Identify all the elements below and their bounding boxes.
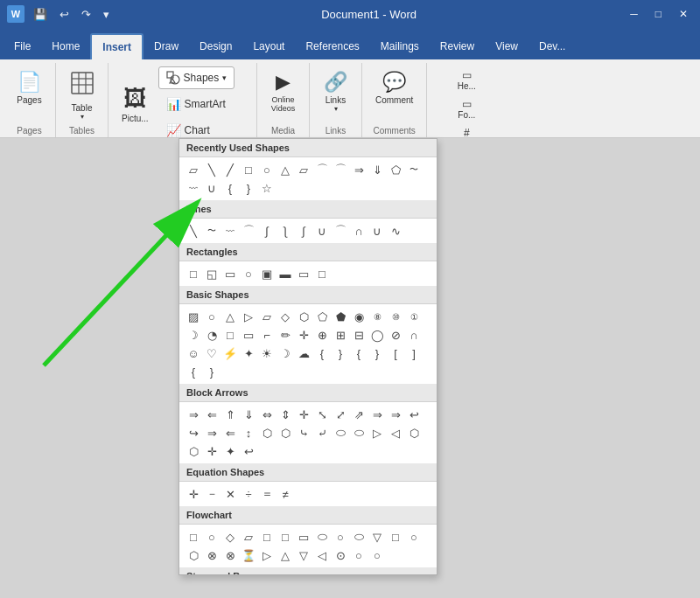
shape-item[interactable]: } [240,179,257,197]
shape-item[interactable]: ⤡ [313,406,331,423]
shape-item[interactable]: ⇔ [258,406,276,423]
shapes-button[interactable]: Shapes ▾ [158,66,235,89]
shape-item[interactable]: ∩ [405,326,423,344]
shape-item[interactable]: ▽ [295,546,312,564]
shape-item[interactable]: ⌒ [332,161,349,178]
shape-item[interactable]: ⇕ [276,406,294,423]
shape-item[interactable]: ⌒ [332,222,349,240]
shape-item[interactable]: △ [221,308,239,325]
shape-item[interactable]: △ [276,546,294,564]
shape-item[interactable]: ⚡ [221,344,239,362]
tab-view[interactable]: View [485,33,528,59]
redo-button[interactable]: ↷ [78,6,94,23]
shape-item[interactable]: ☺ [185,344,202,362]
shape-item[interactable]: ∪ [368,222,386,240]
undo-button[interactable]: ↩ [56,6,73,23]
shape-item[interactable]: ⇓ [240,406,257,423]
tab-home[interactable]: Home [41,33,90,59]
shape-item[interactable]: ✏ [276,326,294,344]
shape-item[interactable]: ⇗ [350,406,368,423]
shape-item[interactable]: ⬭ [350,528,368,546]
shape-item[interactable]: ◯ [368,326,386,344]
shape-item[interactable]: ∩ [350,222,368,240]
shape-item[interactable]: ✛ [295,326,312,344]
tab-dev[interactable]: Dev... [528,33,576,59]
shape-item[interactable]: ⇑ [221,406,239,423]
shape-item[interactable]: ☽ [185,326,202,344]
shape-item[interactable]: ✛ [185,485,202,503]
shape-item[interactable]: ◇ [221,528,239,546]
comment-button[interactable]: 💬 Comment [369,66,419,109]
shape-item[interactable]: [ [387,344,404,362]
shape-item[interactable]: ▨ [185,308,202,325]
shape-item[interactable]: ⬡ [258,424,276,442]
shape-item[interactable]: ▷ [368,424,386,442]
table-button[interactable]: Table ▾ [64,66,101,125]
shape-item[interactable]: 〰 [185,179,202,197]
shape-item[interactable]: ✛ [203,442,220,460]
shape-item[interactable]: ⬟ [332,308,349,325]
shape-item[interactable]: ▣ [258,265,276,282]
shape-item[interactable]: ⊗ [203,546,220,564]
shape-item[interactable]: ⑧ [368,308,386,325]
shape-item[interactable]: ⇒ [368,406,386,423]
shape-item[interactable]: ☁ [295,344,312,362]
shape-item[interactable]: ◱ [203,265,220,282]
shape-item[interactable]: { [185,363,202,380]
shape-item[interactable]: ○ [203,528,220,546]
shape-item[interactable]: ♡ [203,344,220,362]
shape-item[interactable]: ✦ [240,344,257,362]
shape-item[interactable]: ◁ [313,546,331,564]
shape-item[interactable]: { [221,179,239,197]
tab-design[interactable]: Design [189,33,242,59]
shape-item[interactable]: ⬡ [295,308,312,325]
shape-item[interactable]: ⇒ [185,406,202,423]
smartart-button[interactable]: 📊 SmartArt [158,93,234,115]
shape-item[interactable]: ◉ [350,308,368,325]
shape-item[interactable]: － [203,485,220,503]
tab-file[interactable]: File [4,33,41,59]
shape-item[interactable]: ⬭ [350,424,368,442]
shape-item[interactable]: ① [405,308,423,325]
shape-item[interactable]: ⊗ [221,546,239,564]
shape-item[interactable]: ⇓ [368,161,386,178]
shape-item[interactable]: ⇒ [350,161,368,178]
close-button[interactable]: ✕ [674,8,693,20]
shape-item[interactable]: ╲ [185,222,202,240]
shape-item[interactable]: ∫ [258,222,276,240]
shape-item[interactable]: ⬠ [387,161,404,178]
shape-item[interactable]: ⬭ [332,424,349,442]
shape-item[interactable]: ▱ [258,308,276,325]
shape-item[interactable]: ⬠ [313,308,331,325]
shape-item[interactable]: ○ [350,546,368,564]
shape-item[interactable]: □ [240,161,257,178]
shape-item[interactable]: ○ [368,546,386,564]
shape-item[interactable]: ▭ [295,265,312,282]
shape-item[interactable]: } [203,363,220,380]
shape-item[interactable]: ⌐ [258,326,276,344]
shape-item[interactable]: ⑩ [387,308,404,325]
shape-item[interactable]: ▽ [368,528,386,546]
shape-item[interactable]: ⊘ [387,326,404,344]
shape-item[interactable]: ⇒ [203,424,220,442]
tab-layout[interactable]: Layout [242,33,295,59]
shape-item[interactable]: ⏳ [240,546,257,564]
shape-item[interactable]: ↕ [240,424,257,442]
shape-item[interactable]: ⬡ [276,424,294,442]
shape-item[interactable]: ▭ [221,265,239,282]
shape-item[interactable]: ⤷ [295,424,312,442]
shape-item[interactable]: ▷ [258,546,276,564]
shape-item[interactable]: ⇐ [203,406,220,423]
shape-item[interactable]: ⊙ [332,546,349,564]
shape-item[interactable]: ○ [332,528,349,546]
shape-item[interactable]: 〰 [221,222,239,240]
header-button[interactable]: ▭ He... [453,66,480,94]
online-videos-button[interactable]: ▶ OnlineVideos [265,66,301,117]
shape-item[interactable]: △ [276,161,294,178]
shape-item[interactable]: ∫ [276,222,294,240]
shape-item[interactable]: ✛ [295,406,312,423]
shape-item[interactable]: } [332,344,349,362]
shape-item[interactable]: ＝ [258,485,276,503]
shape-item[interactable]: ▱ [240,528,257,546]
shape-item[interactable]: ✦ [221,442,239,460]
